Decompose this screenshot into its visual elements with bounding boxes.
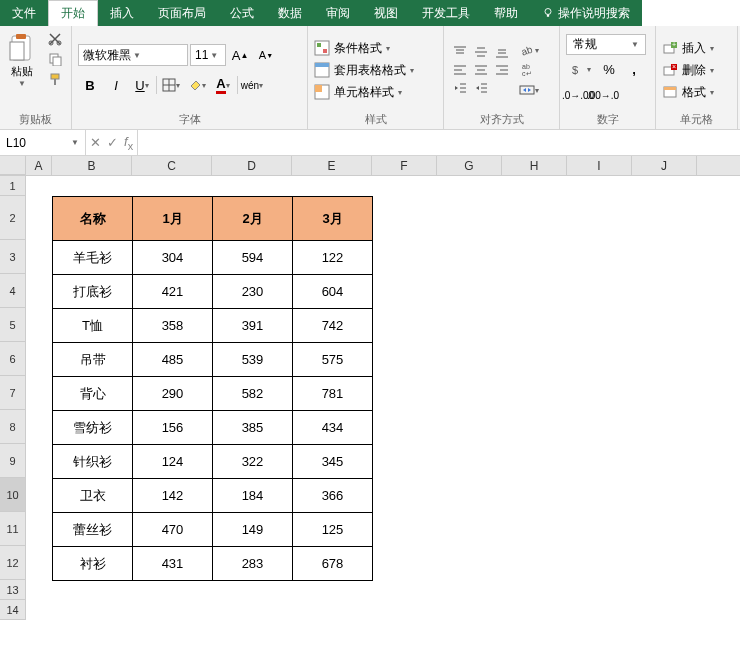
formula-input[interactable] bbox=[138, 130, 740, 155]
col-header-F[interactable]: F bbox=[372, 156, 437, 175]
row-header[interactable]: 11 bbox=[0, 512, 26, 546]
table-cell[interactable]: 575 bbox=[293, 343, 373, 377]
table-cell[interactable]: 421 bbox=[133, 275, 213, 309]
font-name-select[interactable]: 微软雅黑▼ bbox=[78, 44, 188, 66]
name-box[interactable]: L10▼ bbox=[0, 130, 86, 155]
cancel-formula-button[interactable]: ✕ bbox=[90, 135, 101, 150]
table-cell[interactable]: 衬衫 bbox=[53, 547, 133, 581]
increase-font-button[interactable]: A▲ bbox=[228, 44, 252, 66]
decrease-decimal-button[interactable]: .00→.0 bbox=[591, 85, 615, 107]
decrease-indent-button[interactable] bbox=[450, 80, 470, 96]
table-cell[interactable]: 124 bbox=[133, 445, 213, 479]
align-center-button[interactable] bbox=[471, 62, 491, 78]
align-middle-button[interactable] bbox=[471, 44, 491, 60]
table-cell[interactable]: 582 bbox=[213, 377, 293, 411]
col-header-C[interactable]: C bbox=[132, 156, 212, 175]
table-cell[interactable]: 391 bbox=[213, 309, 293, 343]
font-color-button[interactable]: A▾ bbox=[211, 74, 235, 96]
cell-styles-button[interactable]: 单元格样式▾ bbox=[314, 82, 437, 102]
col-header-I[interactable]: I bbox=[567, 156, 632, 175]
table-cell[interactable]: 149 bbox=[213, 513, 293, 547]
table-cell[interactable]: 485 bbox=[133, 343, 213, 377]
increase-indent-button[interactable] bbox=[471, 80, 491, 96]
tab-review[interactable]: 审阅 bbox=[314, 0, 362, 26]
cut-button[interactable] bbox=[46, 30, 64, 48]
table-cell[interactable]: 678 bbox=[293, 547, 373, 581]
table-cell[interactable]: 431 bbox=[133, 547, 213, 581]
delete-cells-button[interactable]: ×删除▾ bbox=[662, 60, 731, 80]
col-header-J[interactable]: J bbox=[632, 156, 697, 175]
table-cell[interactable]: 156 bbox=[133, 411, 213, 445]
percent-button[interactable]: % bbox=[597, 59, 621, 81]
col-header-A[interactable]: A bbox=[26, 156, 52, 175]
table-cell[interactable]: 742 bbox=[293, 309, 373, 343]
decrease-font-button[interactable]: A▼ bbox=[254, 44, 278, 66]
row-header[interactable]: 12 bbox=[0, 546, 26, 580]
table-cell[interactable]: 背心 bbox=[53, 377, 133, 411]
table-cell[interactable]: 蕾丝衫 bbox=[53, 513, 133, 547]
tab-formulas[interactable]: 公式 bbox=[218, 0, 266, 26]
col-header-E[interactable]: E bbox=[292, 156, 372, 175]
col-header-D[interactable]: D bbox=[212, 156, 292, 175]
phonetic-button[interactable]: wén▾ bbox=[240, 74, 264, 96]
table-cell[interactable]: 304 bbox=[133, 241, 213, 275]
tab-help[interactable]: 帮助 bbox=[482, 0, 530, 26]
tab-view[interactable]: 视图 bbox=[362, 0, 410, 26]
bold-button[interactable]: B bbox=[78, 74, 102, 96]
table-cell[interactable]: 290 bbox=[133, 377, 213, 411]
table-cell[interactable]: 434 bbox=[293, 411, 373, 445]
select-all-corner[interactable] bbox=[0, 156, 26, 175]
fx-button[interactable]: fx bbox=[124, 134, 133, 152]
table-header[interactable]: 1月 bbox=[133, 197, 213, 241]
row-header[interactable]: 7 bbox=[0, 376, 26, 410]
table-cell[interactable]: 283 bbox=[213, 547, 293, 581]
row-header[interactable]: 5 bbox=[0, 308, 26, 342]
row-header[interactable]: 13 bbox=[0, 580, 26, 600]
comma-button[interactable]: , bbox=[622, 59, 646, 81]
table-cell[interactable]: 打底衫 bbox=[53, 275, 133, 309]
table-cell[interactable]: 781 bbox=[293, 377, 373, 411]
merge-button[interactable]: ▾ bbox=[516, 82, 542, 98]
tell-me-search[interactable]: 操作说明搜索 bbox=[530, 0, 642, 26]
table-cell[interactable]: 吊带 bbox=[53, 343, 133, 377]
tab-home[interactable]: 开始 bbox=[48, 0, 98, 26]
table-header[interactable]: 2月 bbox=[213, 197, 293, 241]
conditional-format-button[interactable]: 条件格式▾ bbox=[314, 38, 437, 58]
table-header[interactable]: 名称 bbox=[53, 197, 133, 241]
row-header[interactable]: 9 bbox=[0, 444, 26, 478]
number-format-select[interactable]: 常规▼ bbox=[566, 34, 646, 55]
accounting-format-button[interactable]: $▾ bbox=[566, 59, 596, 81]
table-cell[interactable]: 125 bbox=[293, 513, 373, 547]
col-header-H[interactable]: H bbox=[502, 156, 567, 175]
align-top-button[interactable] bbox=[450, 44, 470, 60]
table-cell[interactable]: 594 bbox=[213, 241, 293, 275]
table-cell[interactable]: 雪纺衫 bbox=[53, 411, 133, 445]
table-cell[interactable]: 604 bbox=[293, 275, 373, 309]
table-cell[interactable]: 366 bbox=[293, 479, 373, 513]
table-cell[interactable]: 470 bbox=[133, 513, 213, 547]
wrap-text-button[interactable]: abc↵ bbox=[516, 62, 542, 78]
row-header[interactable]: 10 bbox=[0, 478, 26, 512]
table-cell[interactable]: 122 bbox=[293, 241, 373, 275]
underline-button[interactable]: U▾ bbox=[130, 74, 154, 96]
row-header[interactable]: 1 bbox=[0, 176, 26, 196]
table-cell[interactable]: 羊毛衫 bbox=[53, 241, 133, 275]
row-header[interactable]: 4 bbox=[0, 274, 26, 308]
table-cell[interactable]: 322 bbox=[213, 445, 293, 479]
table-cell[interactable]: 针织衫 bbox=[53, 445, 133, 479]
row-header[interactable]: 6 bbox=[0, 342, 26, 376]
align-bottom-button[interactable] bbox=[492, 44, 512, 60]
col-header-G[interactable]: G bbox=[437, 156, 502, 175]
copy-button[interactable] bbox=[46, 50, 64, 68]
borders-button[interactable]: ▾ bbox=[159, 74, 183, 96]
format-as-table-button[interactable]: 套用表格格式▾ bbox=[314, 60, 437, 80]
tab-data[interactable]: 数据 bbox=[266, 0, 314, 26]
table-cell[interactable]: 539 bbox=[213, 343, 293, 377]
table-header[interactable]: 3月 bbox=[293, 197, 373, 241]
table-cell[interactable]: 385 bbox=[213, 411, 293, 445]
row-header[interactable]: 2 bbox=[0, 196, 26, 240]
table-cell[interactable]: 345 bbox=[293, 445, 373, 479]
align-right-button[interactable] bbox=[492, 62, 512, 78]
fill-color-button[interactable]: ▾ bbox=[185, 74, 209, 96]
enter-formula-button[interactable]: ✓ bbox=[107, 135, 118, 150]
